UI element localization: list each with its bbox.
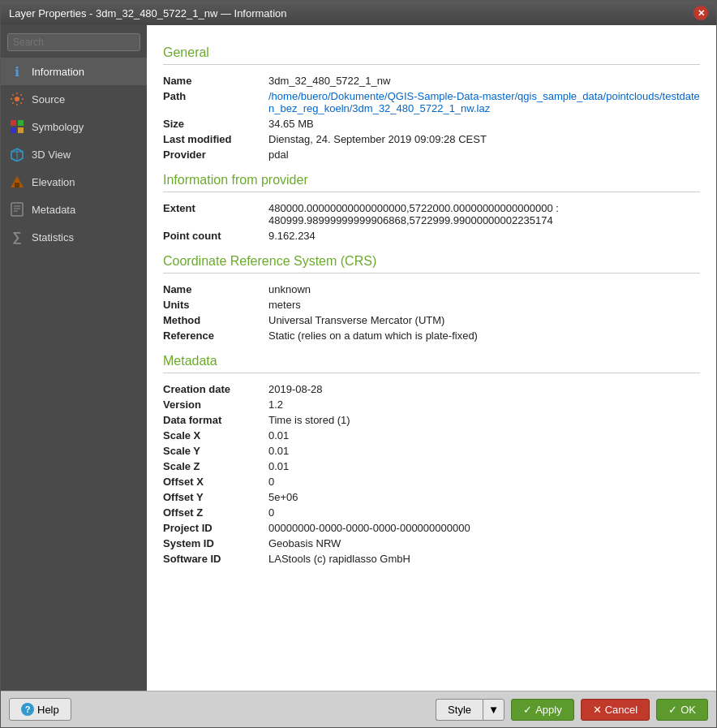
- metadata-version-row: Version 1.2: [163, 398, 700, 411]
- information-icon: ℹ: [9, 63, 25, 80]
- crs-method-label: Method: [163, 314, 268, 326]
- provider-info: Extent 480000.00000000000000000,5722000.…: [163, 202, 700, 242]
- sidebar: ℹ Information Source: [1, 25, 147, 691]
- crs-name-value: unknown: [268, 283, 700, 295]
- cancel-button[interactable]: ✕ Cancel: [581, 699, 650, 721]
- metadata-systemid-label: System ID: [163, 537, 268, 549]
- metadata-scalez-label: Scale Z: [163, 460, 268, 472]
- sidebar-item-label: Information: [32, 66, 84, 78]
- metadata-version-label: Version: [163, 398, 268, 411]
- ok-label: OK: [681, 704, 696, 716]
- crs-method-row: Method Universal Transverse Mercator (UT…: [163, 314, 700, 326]
- general-path-label: Path: [163, 90, 268, 102]
- sidebar-item-source[interactable]: Source: [1, 85, 147, 113]
- metadata-scalex-label: Scale X: [163, 429, 268, 442]
- apply-button[interactable]: ✓ Apply: [511, 699, 574, 721]
- title-bar: Layer Properties - 3dm_32_480_5722_1_nw …: [1, 1, 716, 25]
- content-area[interactable]: General Name 3dm_32_480_5722_1_nw Path /…: [147, 25, 716, 691]
- crs-method-value: Universal Transverse Mercator (UTM): [268, 314, 700, 326]
- provider-divider: [163, 192, 700, 192]
- sidebar-item-statistics[interactable]: ∑ Statistics: [1, 223, 147, 251]
- metadata-offsety-value: 5e+06: [268, 491, 700, 503]
- provider-pointcount-value: 9.162.234: [268, 230, 700, 242]
- crs-reference-label: Reference: [163, 330, 268, 342]
- metadata-info: Creation date 2019-08-28 Version 1.2 Dat…: [163, 383, 700, 565]
- sidebar-item-3dview[interactable]: 3D View: [1, 140, 147, 168]
- metadata-scaley-value: 0.01: [268, 445, 700, 457]
- apply-label: Apply: [535, 704, 562, 716]
- general-size-row: Size 34.65 MB: [163, 118, 700, 130]
- statistics-icon: ∑: [9, 229, 25, 245]
- svg-rect-4: [18, 127, 24, 133]
- general-name-value: 3dm_32_480_5722_1_nw: [268, 75, 700, 87]
- metadata-divider: [163, 373, 700, 373]
- source-icon: [9, 91, 25, 107]
- general-size-label: Size: [163, 118, 268, 130]
- general-name-row: Name 3dm_32_480_5722_1_nw: [163, 75, 700, 87]
- general-provider-value: pdal: [268, 149, 700, 161]
- metadata-softwareid-value: LAStools (c) rapidlasso GmbH: [268, 553, 700, 565]
- close-button[interactable]: ✕: [693, 6, 708, 20]
- metadata-dataformat-row: Data format Time is stored (1): [163, 414, 700, 426]
- sidebar-item-elevation[interactable]: Elevation: [1, 168, 147, 196]
- sidebar-item-metadata[interactable]: Metadata: [1, 196, 147, 223]
- search-input[interactable]: [7, 33, 140, 51]
- window-title: Layer Properties - 3dm_32_480_5722_1_nw …: [9, 7, 287, 19]
- crs-units-label: Units: [163, 299, 268, 311]
- path-link[interactable]: /home/buero/Dokumente/QGIS-Sample-Data-m…: [268, 90, 700, 114]
- general-path-value: /home/buero/Dokumente/QGIS-Sample-Data-m…: [268, 90, 700, 114]
- symbology-icon: [9, 118, 25, 135]
- help-button[interactable]: ? Help: [9, 698, 71, 721]
- metadata-projectid-label: Project ID: [163, 522, 268, 534]
- metadata-systemid-value: Geobasis NRW: [268, 537, 700, 549]
- general-modified-row: Last modified Dienstag, 24. September 20…: [163, 133, 700, 145]
- footer-left: ? Help: [9, 698, 429, 721]
- provider-section-title: Information from provider: [163, 173, 700, 187]
- style-dropdown: Style ▼: [436, 699, 504, 721]
- 3dview-icon: [9, 146, 25, 162]
- style-button[interactable]: Style: [436, 699, 483, 721]
- sidebar-item-label: 3D View: [32, 149, 71, 161]
- general-provider-label: Provider: [163, 149, 268, 161]
- general-name-label: Name: [163, 75, 268, 87]
- metadata-section-title: Metadata: [163, 354, 700, 368]
- metadata-softwareid-label: Software ID: [163, 553, 268, 565]
- metadata-projectid-row: Project ID 00000000-0000-0000-0000-00000…: [163, 522, 700, 534]
- crs-info: Name unknown Units meters Method Univers…: [163, 283, 700, 342]
- general-path-row: Path /home/buero/Dokumente/QGIS-Sample-D…: [163, 90, 700, 114]
- general-modified-value: Dienstag, 24. September 2019 09:09:28 CE…: [268, 133, 700, 145]
- metadata-creationdate-value: 2019-08-28: [268, 383, 700, 395]
- metadata-icon: [9, 201, 25, 218]
- ok-check-icon: ✓: [668, 704, 677, 716]
- footer: ? Help Style ▼ ✓ Apply ✕ Cancel ✓ OK: [1, 691, 716, 727]
- sidebar-item-label: Elevation: [32, 176, 75, 188]
- cancel-label: Cancel: [605, 704, 638, 716]
- ok-button[interactable]: ✓ OK: [656, 699, 708, 721]
- crs-section-title: Coordinate Reference System (CRS): [163, 254, 700, 269]
- metadata-offsetx-row: Offset X 0: [163, 476, 700, 488]
- general-section-title: General: [163, 45, 700, 60]
- crs-reference-row: Reference Static (relies on a datum whic…: [163, 330, 700, 342]
- metadata-offsety-label: Offset Y: [163, 491, 268, 503]
- crs-name-row: Name unknown: [163, 283, 700, 295]
- sidebar-item-information[interactable]: ℹ Information: [1, 58, 147, 85]
- metadata-projectid-value: 00000000-0000-0000-0000-000000000000: [268, 522, 700, 534]
- metadata-scalez-row: Scale Z 0.01: [163, 460, 700, 472]
- metadata-scaley-row: Scale Y 0.01: [163, 445, 700, 457]
- general-info: Name 3dm_32_480_5722_1_nw Path /home/bue…: [163, 75, 700, 161]
- provider-extent-label: Extent: [163, 202, 268, 214]
- metadata-softwareid-row: Software ID LAStools (c) rapidlasso GmbH: [163, 553, 700, 565]
- metadata-offsetx-label: Offset X: [163, 476, 268, 488]
- metadata-creationdate-row: Creation date 2019-08-28: [163, 383, 700, 395]
- general-size-value: 34.65 MB: [268, 118, 700, 130]
- style-dropdown-arrow[interactable]: ▼: [483, 699, 504, 721]
- metadata-scalex-row: Scale X 0.01: [163, 429, 700, 442]
- metadata-version-value: 1.2: [268, 398, 700, 411]
- metadata-offsetz-label: Offset Z: [163, 506, 268, 519]
- metadata-scalex-value: 0.01: [268, 429, 700, 442]
- metadata-scalez-value: 0.01: [268, 460, 700, 472]
- general-provider-row: Provider pdal: [163, 149, 700, 161]
- sidebar-item-label: Symbology: [32, 121, 84, 133]
- provider-pointcount-row: Point count 9.162.234: [163, 230, 700, 242]
- sidebar-item-symbology[interactable]: Symbology: [1, 113, 147, 140]
